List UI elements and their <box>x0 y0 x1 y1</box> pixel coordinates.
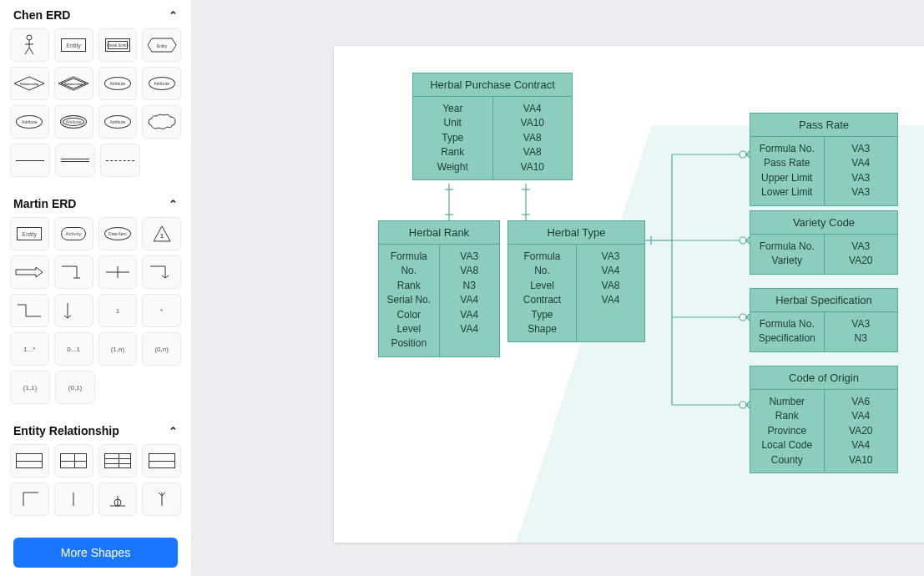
section-chen-erd[interactable]: Chen ERD ⌃ <box>0 0 191 28</box>
entity-types: VA3VA4VA3VA3 <box>825 137 898 205</box>
shape-er-table1[interactable] <box>10 444 49 477</box>
entity-fields: Formula No.Pass RateUpper LimitLower Lim… <box>750 137 825 205</box>
shape-er-conn3[interactable] <box>98 483 138 516</box>
entity-types: VA6VA4VA20VA4VA10 <box>825 390 898 472</box>
svg-text:Relationship: Relationship <box>64 82 83 86</box>
entity-title: Herbal Rank <box>379 221 499 245</box>
entity-title: Herbal Purchase Contract <box>413 73 572 97</box>
section-entity-relationship-label: Entity Relationship <box>13 424 119 437</box>
shape-martin-entity[interactable]: Entity <box>10 217 49 250</box>
entity-types: VA3VA4VA8VA4 <box>577 245 644 341</box>
svg-text:Relationship: Relationship <box>20 82 39 86</box>
shape-martin-activity[interactable]: Activity <box>54 217 93 250</box>
shape-er-table2[interactable] <box>54 444 93 477</box>
shape-dashed-line[interactable] <box>100 144 140 177</box>
section-martin-erd[interactable]: Martin ERD ⌃ <box>0 189 191 217</box>
entity-title: Code of Origin <box>750 366 897 390</box>
shape-cloud[interactable] <box>142 105 181 139</box>
shape-double-line[interactable] <box>55 144 95 177</box>
entity-title: Variety Code <box>750 211 897 235</box>
entity-pass-rate[interactable]: Pass Rate Formula No.Pass RateUpper Limi… <box>750 113 898 206</box>
entity-variety-code[interactable]: Variety Code Formula No.Variety VA3VA20 <box>750 210 898 275</box>
chevron-up-icon: ⌃ <box>169 9 178 22</box>
shape-martin-dataitem[interactable]: Data Item <box>98 217 138 250</box>
section-entity-relationship[interactable]: Entity Relationship ⌃ <box>0 416 191 444</box>
diagram-page[interactable]: Herbal Purchase Contract YearUnitTypeRan… <box>334 46 924 543</box>
entity-title: Herbal Type <box>508 221 644 245</box>
shape-actor[interactable] <box>10 28 49 62</box>
shape-relationship2[interactable]: Relationship <box>54 67 93 100</box>
martin-erd-shapes: Entity Activity Data Item 1 1 * 1...* 0.… <box>0 217 191 416</box>
shape-line[interactable] <box>10 144 50 177</box>
shape-attribute-ellipse[interactable]: Attribute <box>98 67 138 100</box>
entity-types: VA3N3 <box>825 312 898 351</box>
shape-attribute-ellipse-4[interactable]: Attribute <box>98 105 138 139</box>
more-shapes-button[interactable]: More Shapes <box>13 538 178 568</box>
section-martin-erd-label: Martin ERD <box>13 197 76 210</box>
shape-entity[interactable]: Entity <box>54 28 93 62</box>
shapes-sidebar: Chen ERD ⌃ Entity Weak Entity Entity Rel… <box>0 0 192 576</box>
entity-herbal-rank[interactable]: Herbal Rank Formula No.RankSerial No.Col… <box>378 220 500 357</box>
shape-weak-entity[interactable]: Weak Entity <box>98 28 138 62</box>
shape-attribute-ellipse-2[interactable]: Attribute <box>142 67 181 100</box>
entity-fields: Formula No.Variety <box>750 235 825 274</box>
svg-point-0 <box>27 35 32 40</box>
chevron-up-icon: ⌃ <box>169 425 178 437</box>
shape-martin-conn5[interactable] <box>54 294 93 327</box>
entity-herbal-purchase-contract[interactable]: Herbal Purchase Contract YearUnitTypeRan… <box>412 73 573 180</box>
shape-er-conn2[interactable] <box>54 483 93 516</box>
shape-martin-triangle[interactable]: 1 <box>142 217 181 250</box>
shape-martin-zero-n[interactable]: (0,n) <box>142 332 181 366</box>
shape-martin-conn2[interactable] <box>98 255 138 289</box>
entity-types: VA3VA20 <box>825 235 898 274</box>
entity-relationship-shapes <box>0 444 191 528</box>
chen-erd-shapes: Entity Weak Entity Entity Relationship R… <box>0 28 191 189</box>
shape-martin-one[interactable]: 1 <box>98 294 138 327</box>
entity-types: VA3VA8N3VA4VA4VA4 <box>440 245 500 356</box>
entity-fields: Formula No.RankSerial No.ColorLevelPosit… <box>379 245 440 356</box>
shape-martin-arrow[interactable] <box>10 255 49 289</box>
shape-martin-zero-one[interactable]: 0...1 <box>54 332 93 366</box>
entity-herbal-type[interactable]: Herbal Type Formula No.LevelContractType… <box>507 220 645 342</box>
shape-martin-conn1[interactable] <box>54 255 93 289</box>
shape-martin-conn3[interactable] <box>142 255 181 289</box>
entity-title: Herbal Specification <box>750 289 897 312</box>
entity-title: Pass Rate <box>750 114 897 137</box>
shape-er-table3[interactable] <box>98 444 138 477</box>
entity-fields: Formula No.LevelContractTypeShape <box>508 245 577 341</box>
entity-types: VA4VA10VA8VA8VA10 <box>493 97 573 179</box>
svg-text:Entity: Entity <box>156 43 167 48</box>
shape-er-conn4[interactable] <box>142 483 181 516</box>
shape-er-table4[interactable] <box>142 444 181 477</box>
entity-fields: YearUnitTypeRankWeight <box>413 97 493 179</box>
shape-martin-one-star[interactable]: 1...* <box>10 332 49 366</box>
shape-relationship[interactable]: Relationship <box>10 67 49 100</box>
svg-text:1: 1 <box>159 232 164 240</box>
section-chen-erd-label: Chen ERD <box>13 8 70 22</box>
shape-attribute-ellipse-3[interactable]: Attribute <box>10 105 49 139</box>
shape-martin-one-n[interactable]: (1,n) <box>98 332 138 366</box>
shape-entity2[interactable]: Entity <box>142 28 181 62</box>
shape-attribute-dbl-ellipse[interactable]: Attribute <box>54 105 93 139</box>
entity-code-of-origin[interactable]: Code of Origin NumberRankProvinceLocal C… <box>750 366 898 473</box>
shape-martin-one-one[interactable]: (1,1) <box>10 371 50 404</box>
shape-er-conn1[interactable] <box>10 483 49 516</box>
shape-martin-zero-one-p[interactable]: (0,1) <box>55 371 95 404</box>
entity-herbal-specification[interactable]: Herbal Specification Formula No.Specific… <box>750 288 898 352</box>
canvas-area[interactable]: Herbal Purchase Contract YearUnitTypeRan… <box>192 0 924 576</box>
entity-fields: Formula No.Specification <box>750 312 825 351</box>
entity-fields: NumberRankProvinceLocal CodeCounty <box>750 390 825 472</box>
shape-martin-conn4[interactable] <box>10 294 49 327</box>
chevron-up-icon: ⌃ <box>169 198 178 210</box>
shape-martin-star[interactable]: * <box>142 294 181 327</box>
